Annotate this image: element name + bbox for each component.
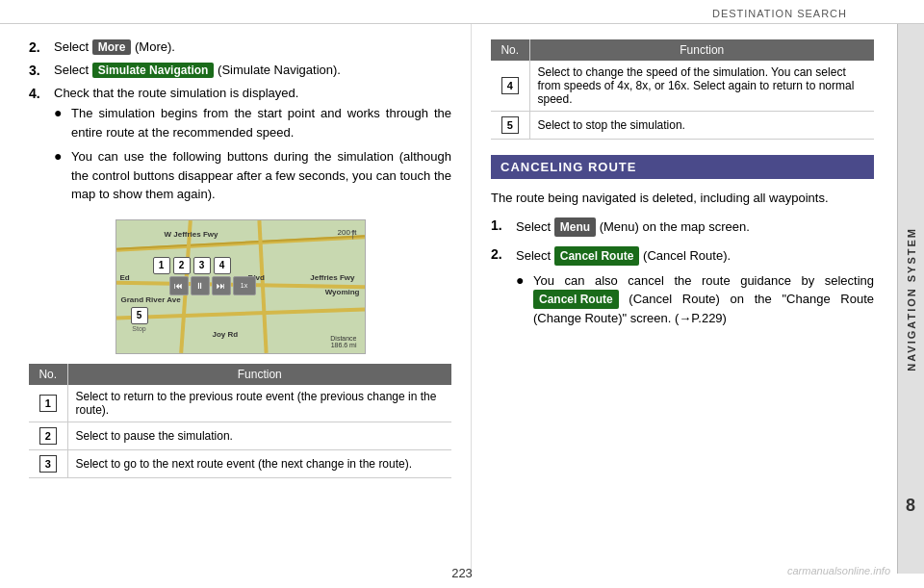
sub-bullet-dot: ● [516,271,527,291]
map-road-label-2: Jeffries Fwy [310,273,354,282]
right-step-2-num: 2. [491,246,510,328]
side-label-text: NAVIGATION SYSTEM [906,227,917,371]
table-row: 5 Select to stop the simulation. [491,112,874,140]
map-ctrl-next[interactable]: ⏭ [212,276,231,295]
main-content: 2. Select More (More). 3. Select Simulat… [0,24,924,574]
map-label-wyoming: Wyoming [325,288,360,296]
map-image: W Jeffries Fwy Jeffries Fwy Grand River … [116,219,366,354]
bullet-dot-1: ● [54,104,65,123]
page-header: DESTINATION SEARCH [0,0,924,24]
table-row: 1 Select to return to the previous route… [29,385,451,422]
left-table-header-function: Function [67,364,451,385]
left-table: No. Function 1 Select to return to the p… [29,364,451,478]
cancel-route-button[interactable]: Cancel Route [554,246,640,266]
num-box-2: 2 [39,427,57,445]
right-table: No. Function 4 Select to change the spee… [491,39,874,140]
bullet-text-1: The simulation begins from the start poi… [71,104,451,141]
canceling-title-text: CANCELING ROUTE [500,160,636,174]
map-num-1: 1 [153,257,170,274]
menu-button[interactable]: Menu [554,217,596,237]
step-4: 4. Check that the route simulation is di… [29,86,451,210]
chapter-num: 8 [906,496,915,515]
step-3: 3. Select Simulate Navigation (Simulate … [29,63,451,78]
num-box-3: 3 [39,455,57,473]
map-road-label-1: W Jeffries Fwy [165,230,218,239]
step-2-num: 2. [29,39,48,55]
left-column: 2. Select More (More). 3. Select Simulat… [0,24,472,574]
bullet-2: ● You can use the following buttons duri… [54,147,451,204]
right-step-1-content: Select Menu (Menu) on the map screen. [516,217,874,237]
bullet-text-2: You can use the following buttons during… [71,147,451,204]
step-3-content: Select Simulate Navigation (Simulate Nav… [54,63,451,78]
table-cell-fn-2: Select to pause the simulation. [67,422,451,449]
right-inner: No. Function 4 Select to change the spee… [491,39,905,328]
table-cell-no-1: 1 [29,385,67,422]
num-box-4: 4 [501,77,519,94]
map-ctrl-pause[interactable]: ⏸ [191,276,210,295]
num-box-1: 1 [39,395,57,412]
map-ctrl-speed[interactable]: 1x [233,276,256,295]
step-4-num: 4. [29,86,48,210]
watermark-text: carmanualsonline.info [787,565,890,576]
chapter-number: 8 [897,496,924,516]
table-cell-no-3: 3 [29,449,67,477]
num-box-5: 5 [501,116,519,134]
page-number: 223 [451,566,473,580]
sub-bullet-text: You can also cancel the route guidance b… [533,271,874,328]
right-table-cell-no-5: 5 [491,112,529,140]
table-row: 4 Select to change the speed of the simu… [491,61,874,112]
right-step-1: 1. Select Menu (Menu) on the map screen. [491,217,874,237]
more-button[interactable]: More [92,39,132,55]
table-cell-no-2: 2 [29,422,67,449]
map-arrow-icon: ↑ [349,225,357,243]
map-ctrl-prev[interactable]: ⏮ [169,276,189,295]
table-row: 2 Select to pause the simulation. [29,422,451,449]
side-label: NAVIGATION SYSTEM [897,24,924,574]
map-road-label-edt: Ed [120,273,130,282]
map-dist-info: Distance186.6 mi [330,335,356,348]
bullet-list: ● The simulation begins from the start p… [54,104,451,204]
right-table-header-no: No. [491,39,529,61]
map-road-label-3: Grand River Ave [121,295,181,304]
right-step-1-num: 1. [491,217,510,237]
canceling-intro: The route being navigated is deleted, in… [491,189,874,208]
map-road-label-4: Joy Rd [213,330,239,339]
right-step-2-content: Select Cancel Route (Cancel Route). ● Yo… [516,246,874,328]
table-cell-fn-1: Select to return to the previous route e… [67,385,451,422]
cancel-route-button-2[interactable]: Cancel Route [533,290,619,309]
right-step-2: 2. Select Cancel Route (Cancel Route). ●… [491,246,874,328]
step-3-num: 3. [29,63,48,78]
map-num-2: 2 [173,257,191,274]
watermark: carmanualsonline.info [787,565,890,576]
simulate-nav-button[interactable]: Simulate Navigation [92,63,215,78]
right-table-cell-no-4: 4 [491,61,529,112]
table-row: 3 Select to go to the next route event (… [29,449,451,477]
right-table-cell-fn-4: Select to change the speed of the simula… [529,61,874,112]
canceling-route-section: CANCELING ROUTE The route being navigate… [491,155,874,328]
step-4-content: Check that the route simulation is displ… [54,86,451,210]
page-num-text: 223 [451,566,473,580]
table-cell-fn-3: Select to go to the next route event (th… [67,449,451,477]
step-2-content: Select More (More). [54,39,451,55]
map-num-5: 5 [131,307,148,324]
right-table-cell-fn-5: Select to stop the simulation. [529,112,874,140]
bullet-1: ● The simulation begins from the start p… [54,104,451,141]
step-2: 2. Select More (More). [29,39,451,55]
right-column: No. Function 4 Select to change the spee… [472,24,924,574]
right-table-header-function: Function [529,39,874,61]
map-num-3: 3 [193,257,211,274]
sub-bullet: ● You can also cancel the route guidance… [516,271,874,328]
header-title: DESTINATION SEARCH [712,8,847,19]
left-table-header-no: No. [29,364,67,385]
canceling-route-header: CANCELING ROUTE [491,155,874,179]
bullet-dot-2: ● [54,147,65,166]
map-num-4: 4 [214,257,231,274]
map-stop-text: Stop [132,325,145,332]
